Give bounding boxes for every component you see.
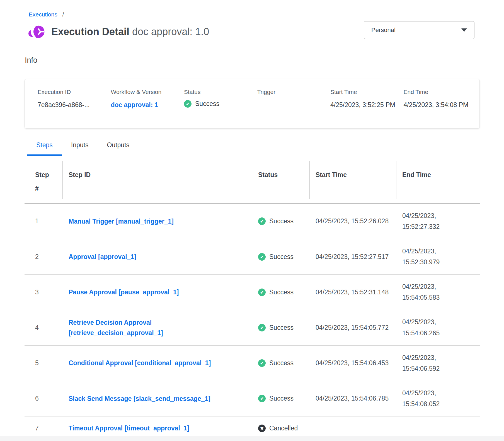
step-id-link[interactable]: Retrieve Decision Approval [retrieve_dec…: [69, 318, 230, 338]
status-label: Success: [269, 324, 294, 331]
info-field-value: 4/25/2023, 3:54:08 PM: [404, 100, 471, 110]
page-bottom-strip: [0, 436, 504, 441]
status-cell: ✔ Success: [252, 345, 309, 381]
step-number-cell: 3: [25, 275, 62, 310]
info-field-workflow-version: Workflow & Version doc approval: 1: [111, 89, 184, 110]
step-id-cell: Pause Approval [pause_approval_1]: [62, 275, 252, 310]
tab-inputs[interactable]: Inputs: [62, 141, 98, 155]
workflow-version-link[interactable]: doc approval: 1: [111, 100, 158, 110]
column-header-status: Status: [252, 159, 309, 203]
step-id-link[interactable]: Approval [approval_1]: [69, 252, 136, 262]
column-header-step-number: Step #: [25, 159, 62, 203]
header-divider: [25, 46, 480, 46]
step-id-link[interactable]: Pause Approval [pause_approval_1]: [69, 287, 179, 297]
info-field-end-time: End Time 4/25/2023, 3:54:08 PM: [404, 89, 477, 110]
table-row: 1 Manual Trigger [manual_trigger_1] ✔ Su…: [25, 203, 480, 239]
info-field-label: End Time: [404, 89, 471, 95]
step-id-link[interactable]: Conditional Approval [conditional_approv…: [69, 358, 211, 368]
end-time-cell: 04/25/2023, 15:52:30.979: [396, 239, 480, 275]
info-field-execution-id: Execution ID 7e8ac396-a868-...: [38, 89, 111, 110]
column-header-step-id: Step ID: [62, 159, 252, 203]
end-time-cell: 04/25/2023, 15:52:27.332: [396, 203, 480, 239]
status-label: Success: [269, 359, 294, 367]
table-row: 4 Retrieve Decision Approval [retrieve_d…: [25, 310, 480, 345]
end-time-cell: 04/25/2023, 15:54:06.265: [396, 310, 480, 345]
step-id-link[interactable]: Manual Trigger [manual_trigger_1]: [69, 216, 174, 227]
scope-dropdown[interactable]: Personal: [364, 21, 474, 39]
step-id-cell: Manual Trigger [manual_trigger_1]: [62, 203, 252, 239]
step-id-link[interactable]: Timeout Approval [timeout_approval_1]: [69, 423, 189, 433]
info-field-start-time: Start Time 4/25/2023, 3:52:25 PM: [330, 89, 404, 110]
status-cell: ✔ Success: [252, 275, 309, 310]
status-label: Success: [195, 100, 219, 108]
steps-table-header: Step # Step ID Status Start Time End Tim…: [25, 159, 480, 203]
info-field-trigger: Trigger: [257, 89, 331, 100]
status-label: Cancelled: [269, 425, 298, 432]
tab-label: Steps: [36, 141, 53, 149]
info-section-title: Info: [25, 56, 480, 65]
page-left-divider: [13, 0, 13, 441]
info-field-label: Workflow & Version: [111, 89, 178, 95]
tab-label: Inputs: [71, 141, 89, 149]
table-row: 5 Conditional Approval [conditional_appr…: [25, 345, 480, 381]
info-field-status: Status ✔ Success: [184, 89, 257, 108]
start-time-cell: 04/25/2023, 15:54:06.785: [309, 381, 396, 416]
start-time-cell: 04/25/2023, 15:52:31.148: [309, 275, 396, 310]
title-row: Execution Detaildoc approval: 1.0 Person…: [25, 25, 480, 39]
column-header-end-time: End Time: [396, 159, 480, 203]
step-id-link[interactable]: Slack Send Message [slack_send_message_1…: [69, 394, 210, 404]
info-field-value: 4/25/2023, 3:52:25 PM: [330, 100, 398, 110]
steps-table: Step # Step ID Status Start Time End Tim…: [25, 159, 480, 441]
start-time-cell: 04/25/2023, 15:54:06.453: [309, 345, 396, 381]
execution-detail-page: Executions / Execution Detaildoc approva…: [25, 0, 480, 441]
breadcrumb-link-executions[interactable]: Executions: [29, 11, 57, 18]
status-cell: ✔ Success: [252, 381, 309, 416]
page-subtitle: doc approval: 1.0: [132, 26, 209, 37]
info-field-value: 7e8ac396-a868-...: [38, 100, 105, 110]
step-id-cell: Approval [approval_1]: [62, 239, 252, 275]
breadcrumb: Executions /: [25, 11, 480, 18]
step-number-cell: 4: [25, 310, 62, 345]
info-field-label: Status: [184, 89, 251, 95]
table-row: 2 Approval [approval_1] ✔ Success 04/25/…: [25, 239, 480, 275]
check-circle-icon: ✔: [258, 289, 266, 296]
info-field-status: ✔ Success: [184, 100, 251, 108]
step-number-cell: 1: [25, 203, 62, 239]
info-field-label: Execution ID: [38, 89, 105, 95]
end-time-cell: 04/25/2023, 15:54:06.592: [396, 345, 480, 381]
column-header-start-time: Start Time: [309, 159, 396, 203]
table-row: 3 Pause Approval [pause_approval_1] ✔ Su…: [25, 275, 480, 310]
status-label: Success: [269, 217, 294, 225]
status-label: Success: [269, 289, 294, 296]
step-id-cell: Retrieve Decision Approval [retrieve_dec…: [62, 310, 252, 345]
check-circle-icon: ✔: [258, 217, 266, 225]
tab-label: Outputs: [107, 141, 129, 149]
check-circle-icon: ✔: [258, 253, 266, 261]
tab-outputs[interactable]: Outputs: [98, 141, 139, 155]
scope-dropdown-value: Personal: [371, 26, 396, 34]
check-circle-icon: ✔: [184, 100, 192, 108]
step-id-cell: Conditional Approval [conditional_approv…: [62, 345, 252, 381]
start-time-cell: 04/25/2023, 15:52:26.028: [309, 203, 396, 239]
tab-steps[interactable]: Steps: [27, 141, 62, 155]
table-row: 6 Slack Send Message [slack_send_message…: [25, 381, 480, 416]
x-circle-icon: ✖: [258, 425, 266, 432]
chevron-down-icon: [461, 28, 467, 32]
start-time-cell: 04/25/2023, 15:52:27.517: [309, 239, 396, 275]
status-label: Success: [269, 395, 294, 402]
step-number-cell: 6: [25, 381, 62, 416]
info-field-label: Start Time: [330, 89, 398, 95]
step-number-cell: 5: [25, 345, 62, 381]
workflow-logo-icon: [28, 25, 45, 39]
breadcrumb-separator: /: [62, 11, 64, 18]
status-label: Success: [269, 253, 294, 261]
check-circle-icon: ✔: [258, 324, 266, 331]
status-cell: ✔ Success: [252, 239, 309, 275]
tabs: Steps Inputs Outputs: [25, 141, 480, 155]
info-field-label: Trigger: [257, 89, 324, 95]
status-cell: ✔ Success: [252, 203, 309, 239]
start-time-cell: 04/25/2023, 15:54:05.772: [309, 310, 396, 345]
end-time-cell: 04/25/2023, 15:54:05.583: [396, 275, 480, 310]
page-title: Execution Detail: [51, 26, 129, 37]
status-cell: ✔ Success: [252, 310, 309, 345]
